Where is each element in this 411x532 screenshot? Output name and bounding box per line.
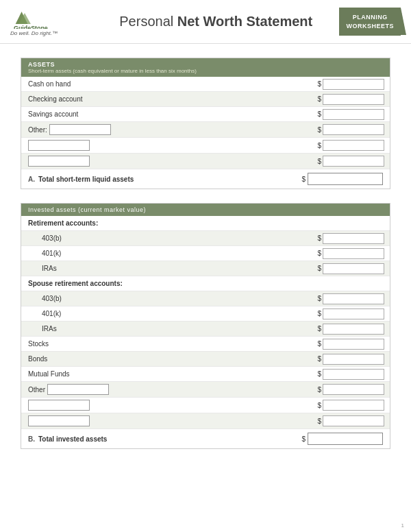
assets-section-header: ASSETS Short-term assets (cash equivalen… bbox=[21, 58, 390, 77]
invested-other-value-1[interactable] bbox=[323, 384, 384, 395]
row-label: IRAs bbox=[21, 263, 314, 274]
table-row: Mutual Funds $ bbox=[21, 367, 390, 382]
row-label: 401(k) bbox=[21, 308, 314, 319]
row-label: Other bbox=[21, 382, 314, 397]
logo-area: GuideStone Financial Resources Do well. … bbox=[10, 7, 86, 36]
invested-blank-value-1[interactable] bbox=[323, 400, 384, 411]
stocks-input[interactable] bbox=[323, 339, 384, 350]
table-row: Other: $ bbox=[21, 122, 390, 138]
blank-value-input-2[interactable] bbox=[323, 156, 384, 167]
title-normal: Personal bbox=[119, 14, 177, 29]
spouse-retirement-label: Spouse retirement accounts: bbox=[21, 277, 314, 290]
invested-section: Invested assets (current market value) R… bbox=[21, 203, 390, 449]
row-label bbox=[21, 154, 314, 169]
retirement-iras-input[interactable] bbox=[323, 263, 384, 274]
assets-total-row: A. Total short-term liquid assets $ bbox=[21, 169, 390, 189]
other-label-input-1[interactable] bbox=[49, 124, 111, 135]
row-label: Checking account bbox=[21, 93, 314, 105]
retirement-403b-input[interactable] bbox=[323, 233, 384, 244]
table-row: 403(b) $ bbox=[21, 231, 390, 246]
other-value-input-1[interactable] bbox=[323, 124, 384, 135]
mutual-funds-input[interactable] bbox=[323, 369, 384, 380]
checking-account-input[interactable] bbox=[323, 94, 384, 105]
planning-badge: PLANNING WORKSHEETS bbox=[339, 8, 401, 36]
table-row: Checking account $ bbox=[21, 92, 390, 107]
page-header: GuideStone Financial Resources Do well. … bbox=[0, 0, 411, 44]
row-label: Cash on hand bbox=[21, 78, 314, 90]
invested-total-row: B. Total invested assets $ bbox=[21, 429, 390, 448]
invested-other-label[interactable] bbox=[47, 384, 109, 395]
blank-label-input-1[interactable] bbox=[28, 140, 90, 151]
row-label: 403(b) bbox=[21, 293, 314, 304]
blank-label-input-2[interactable] bbox=[28, 156, 90, 167]
row-label bbox=[21, 138, 314, 153]
total-short-term-input[interactable] bbox=[308, 173, 383, 185]
spouse-iras-input[interactable] bbox=[323, 324, 384, 335]
assets-section: ASSETS Short-term assets (cash equivalen… bbox=[21, 58, 390, 189]
table-row: Stocks $ bbox=[21, 337, 390, 352]
invested-section-header: Invested assets (current market value) bbox=[21, 204, 390, 216]
main-content: ASSETS Short-term assets (cash equivalen… bbox=[0, 44, 411, 476]
svg-text:GuideStone: GuideStone bbox=[14, 25, 48, 29]
row-label bbox=[21, 413, 314, 428]
table-row: Spouse retirement accounts: $ bbox=[21, 276, 390, 291]
page-number: 1 bbox=[401, 522, 404, 529]
badge-line2: WORKSHEETS bbox=[346, 22, 394, 31]
table-row: 403(b) $ bbox=[21, 291, 390, 306]
page-title: Personal Net Worth Statement bbox=[86, 14, 339, 29]
table-row: IRAs $ bbox=[21, 261, 390, 276]
table-row: Retirement accounts: $ bbox=[21, 216, 390, 231]
row-label: 403(b) bbox=[21, 232, 314, 244]
table-row: $ bbox=[21, 413, 390, 429]
assets-title: ASSETS bbox=[28, 61, 383, 68]
row-label: Bonds bbox=[21, 353, 314, 365]
table-row: Cash on hand $ bbox=[21, 77, 390, 92]
logo-tagline: Do well. Do right.™ bbox=[10, 30, 58, 36]
row-label: Stocks bbox=[21, 338, 314, 350]
total-prefix-a: A. bbox=[28, 176, 35, 183]
bonds-input[interactable] bbox=[323, 354, 384, 365]
invested-blank-value-2[interactable] bbox=[323, 415, 384, 426]
logo-box: GuideStone Financial Resources bbox=[10, 7, 72, 29]
invested-blank-label-2[interactable] bbox=[28, 415, 90, 426]
retirement-accounts-label: Retirement accounts: bbox=[21, 217, 314, 230]
assets-subtitle: Short-term assets (cash equivalent or ma… bbox=[28, 68, 383, 74]
table-row: Bonds $ bbox=[21, 352, 390, 367]
table-row: IRAs $ bbox=[21, 322, 390, 337]
row-label: Other: bbox=[21, 122, 314, 137]
total-prefix-b: B. bbox=[28, 435, 35, 443]
table-row: Other $ bbox=[21, 382, 390, 398]
table-row: $ bbox=[21, 154, 390, 169]
spouse-401k-input[interactable] bbox=[323, 309, 384, 319]
invested-blank-label-1[interactable] bbox=[28, 400, 90, 411]
row-label bbox=[21, 398, 314, 413]
row-label: IRAs bbox=[21, 323, 314, 335]
row-label: 401(k) bbox=[21, 247, 314, 259]
row-label: Savings account bbox=[21, 108, 314, 120]
table-row: $ bbox=[21, 138, 390, 154]
table-row: 401(k) $ bbox=[21, 246, 390, 261]
guidestone-logo: GuideStone Financial Resources bbox=[10, 7, 72, 29]
retirement-401k-input[interactable] bbox=[323, 248, 384, 259]
blank-value-input-1[interactable] bbox=[323, 140, 384, 151]
table-row: 401(k) $ bbox=[21, 306, 390, 322]
total-label-a: Total short-term liquid assets bbox=[38, 176, 301, 183]
badge-line1: PLANNING bbox=[346, 13, 394, 22]
table-row: Savings account $ bbox=[21, 107, 390, 122]
savings-account-input[interactable] bbox=[323, 109, 384, 120]
cash-on-hand-input[interactable] bbox=[323, 79, 384, 90]
table-row: $ bbox=[21, 398, 390, 413]
total-invested-input[interactable] bbox=[308, 433, 383, 445]
invested-title: Invested assets (current market value) bbox=[28, 206, 383, 213]
spouse-403b-input[interactable] bbox=[323, 293, 384, 304]
row-label: Mutual Funds bbox=[21, 368, 314, 380]
total-label-b: Total invested assets bbox=[38, 435, 301, 443]
title-bold: Net Worth Statement bbox=[177, 14, 312, 29]
